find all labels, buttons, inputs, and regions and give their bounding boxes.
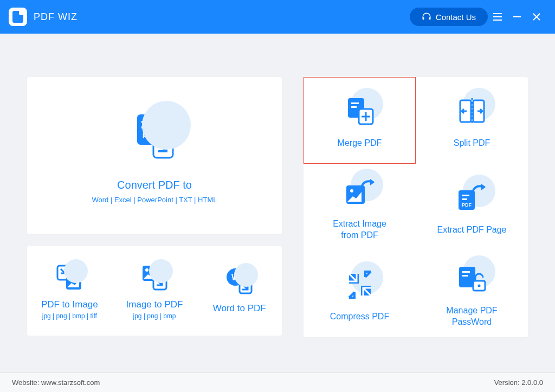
compress-pdf-tile[interactable]: Compress PDF [304,250,416,337]
cell-title: Extract PDF Page [437,224,506,236]
title-bar: PDF WIZ Contact Us [0,0,555,34]
cell-title: Extract Image from PDF [333,219,386,241]
svg-rect-4 [493,20,502,21]
tile-title: Image to PDF [126,299,183,310]
tile-title: PDF to Image [41,299,98,310]
svg-rect-3 [493,16,502,17]
manage-password-tile[interactable]: Manage PDF PassWord [416,250,528,337]
tile-sub: jpg | png | bmp [133,312,176,320]
close-button[interactable] [527,7,546,27]
svg-point-41 [477,285,480,287]
merge-pdf-icon [345,96,375,126]
svg-rect-1 [429,17,430,20]
svg-rect-0 [422,17,424,20]
cell-title: Merge PDF [338,138,382,149]
app-logo [9,8,27,26]
minimize-button[interactable] [507,7,527,27]
convert-pdf-subtitle: Word | Excel | PowerPoint | TXT | HTML [92,196,217,204]
convert-pdf-card[interactable]: PDF Convert PDF to Word | Excel | PowerP… [27,77,282,234]
svg-rect-39 [462,275,468,277]
word-to-pdf-tile[interactable]: W Word to PDF [197,246,282,336]
tools-grid: Merge PDF Split PDF [304,77,528,337]
extract-page-icon: PDF [455,183,489,213]
svg-rect-5 [513,16,521,17]
compress-pdf-icon [345,269,375,300]
cell-title: Split PDF [454,138,491,149]
extract-image-icon [343,177,377,207]
menu-button[interactable] [488,7,507,27]
minimize-icon [513,13,521,21]
svg-rect-38 [462,271,470,273]
svg-rect-34 [462,195,469,196]
svg-rect-35 [462,198,467,200]
svg-rect-2 [493,13,502,14]
app-title: PDF WIZ [34,11,78,23]
svg-point-32 [350,189,353,192]
tile-title: Word to PDF [213,303,266,314]
split-pdf-icon [457,96,487,126]
svg-rect-24 [351,106,357,108]
extract-page-tile[interactable]: PDF Extract PDF Page [416,164,528,250]
image-to-pdf-tile[interactable]: Image to PDF jpg | png | bmp [112,246,197,336]
convert-row: PDF to Image jpg | png | bmp | tiff Imag… [27,246,282,336]
version-label: Version: 2.0.0.0 [494,378,543,387]
convert-pdf-title: Convert PDF to [117,179,192,191]
headset-icon [422,12,431,22]
svg-text:PDF: PDF [462,202,472,208]
pdf-to-image-tile[interactable]: PDF to Image jpg | png | bmp | tiff [27,246,112,336]
merge-pdf-tile[interactable]: Merge PDF [304,77,416,164]
extract-image-tile[interactable]: Extract Image from PDF [304,164,416,250]
cell-title: Compress PDF [330,311,389,323]
contact-us-label: Contact Us [436,12,476,22]
split-pdf-tile[interactable]: Split PDF [416,77,528,164]
manage-password-icon [456,264,488,294]
contact-us-button[interactable]: Contact Us [410,8,488,26]
tile-sub: jpg | png | bmp | tiff [42,312,97,320]
main-content: PDF Convert PDF to Word | Excel | PowerP… [0,34,555,337]
cell-title: Manage PDF PassWord [446,305,497,328]
website-label[interactable]: Website: www.starzsoft.com [12,378,100,387]
hamburger-icon [493,13,502,21]
svg-point-17 [145,268,149,272]
svg-rect-23 [351,102,359,104]
status-bar: Website: www.starzsoft.com Version: 2.0.… [0,372,555,392]
close-icon [533,13,540,21]
